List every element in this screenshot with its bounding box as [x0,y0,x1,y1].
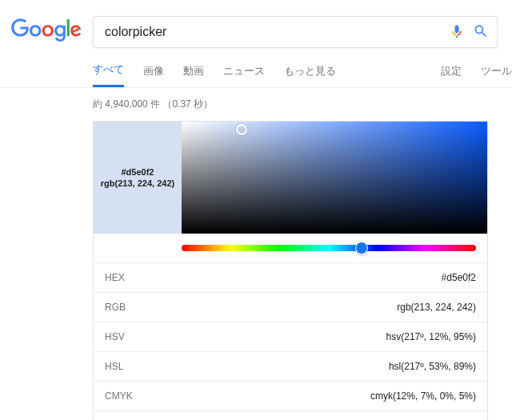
hex-label: HEX [105,272,125,283]
color-swatch: #d5e0f2 rgb(213, 224, 242) [94,122,182,234]
table-row: RGB rgb(213, 224, 242) [94,292,487,322]
table-row: HEX #d5e0f2 [94,262,487,292]
hex-value: #d5e0f2 [442,272,476,283]
search-bar[interactable] [93,16,498,48]
hue-handle[interactable] [355,242,368,254]
tab-settings[interactable]: 設定 [441,64,462,86]
google-logo[interactable] [11,18,82,45]
tab-images[interactable]: 画像 [143,64,164,86]
voice-search-icon[interactable] [449,23,465,42]
result-stats: 約 4,940,000 件 （0.37 秒） [93,88,512,121]
cmyk-value: cmyk(12%, 7%, 0%, 5%) [370,390,476,402]
tab-tools[interactable]: ツール [481,64,512,86]
table-row: HSL hsl(217º, 53%, 89%) [94,351,487,381]
search-input[interactable] [105,25,441,39]
rgb-label: RGB [105,302,126,313]
saturation-value-area[interactable] [182,122,487,234]
swatch-rgb: rgb(213, 224, 242) [101,178,174,188]
sv-cursor[interactable] [236,124,247,135]
cmyk-label: CMYK [105,390,133,402]
table-row: CMYK cmyk(12%, 7%, 0%, 5%) [94,381,487,410]
tab-more[interactable]: もっと見る [284,64,336,86]
tab-videos[interactable]: 動画 [183,64,204,86]
hsl-label: HSL [105,361,123,372]
hsv-value: hsv(217º, 12%, 95%) [386,331,476,342]
search-icon[interactable] [473,23,489,42]
tab-all[interactable]: すべて [93,62,124,87]
hsl-value: hsl(217º, 53%, 89%) [389,361,476,372]
colorpicker-card: #d5e0f2 rgb(213, 224, 242) HEX #d5e0f2 R… [93,121,488,420]
hue-slider[interactable] [182,245,476,251]
swatch-hex: #d5e0f2 [122,167,154,177]
rgb-value: rgb(213, 224, 242) [397,302,476,313]
tab-news[interactable]: ニュース [223,64,265,86]
table-row: HSV hsv(217º, 12%, 95%) [94,322,487,351]
show-less-toggle[interactable]: Show less [94,410,487,420]
search-tabs: すべて 画像 動画 ニュース もっと見る 設定 ツール [93,48,512,87]
hsv-label: HSV [105,331,125,342]
